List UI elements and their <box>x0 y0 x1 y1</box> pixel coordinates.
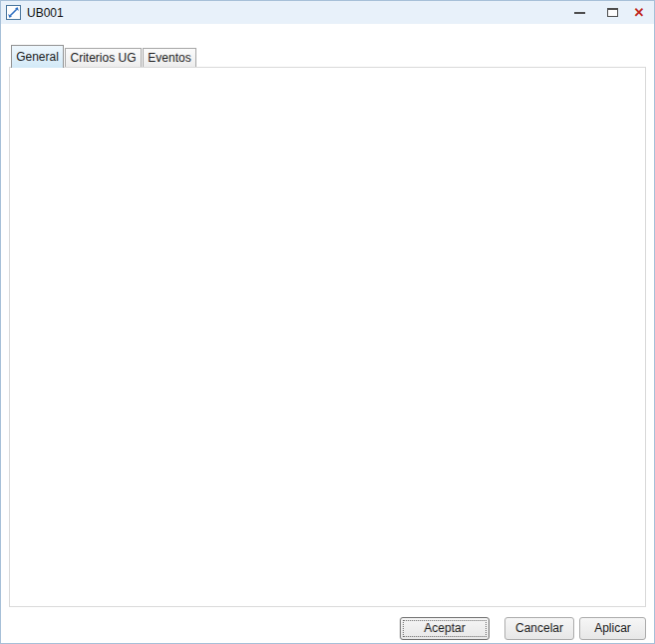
tab-criterios-ug[interactable]: Criterios UG <box>65 48 142 67</box>
window-expand-icon <box>6 5 21 20</box>
tab-eventos[interactable]: Eventos <box>143 48 196 67</box>
maximize-button[interactable] <box>597 1 627 24</box>
maximize-icon <box>607 8 618 17</box>
minimize-icon <box>574 12 585 14</box>
minimize-button[interactable] <box>564 1 594 24</box>
aplicar-button[interactable]: Aplicar <box>579 617 646 640</box>
dialog-window: UB001 ✕ General Criterios UG Eventos ID:… <box>0 0 655 644</box>
tab-general[interactable]: General <box>11 45 64 68</box>
close-button[interactable]: ✕ <box>624 1 654 24</box>
window-title: UB001 <box>27 6 64 20</box>
tab-page-general <box>9 67 646 607</box>
close-icon: ✕ <box>634 6 645 19</box>
title-bar: UB001 <box>1 1 654 24</box>
aceptar-button[interactable]: Aceptar <box>400 617 490 640</box>
cancelar-button[interactable]: Cancelar <box>504 617 574 640</box>
